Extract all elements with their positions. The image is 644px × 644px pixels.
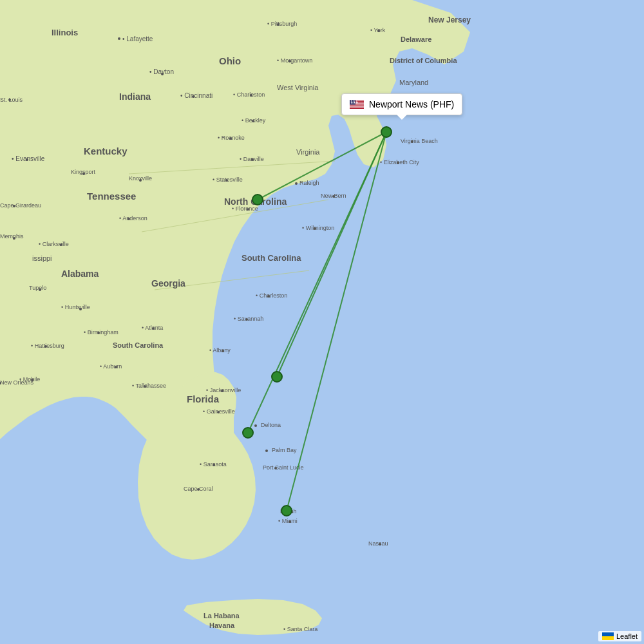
svg-rect-137: [350, 106, 364, 106]
tooltip-airport-name: Newport News (PHF): [369, 99, 454, 109]
svg-text:Maryland: Maryland: [399, 79, 428, 86]
svg-text:• Charleston: • Charleston: [256, 292, 287, 299]
svg-text:Nassau: Nassau: [368, 540, 388, 547]
svg-text:Havana: Havana: [209, 621, 235, 629]
svg-rect-136: [350, 105, 364, 106]
svg-text:• Statesville: • Statesville: [213, 176, 243, 183]
svg-point-128: [281, 506, 292, 516]
svg-text:Alabama: Alabama: [61, 269, 99, 279]
svg-point-93: [265, 450, 268, 452]
svg-text:Virginia Beach: Virginia Beach: [401, 138, 438, 144]
us-flag-icon: ★★★ ★★★: [350, 100, 364, 109]
svg-text:• Cincinnati: • Cincinnati: [180, 92, 213, 99]
svg-text:• Miami: • Miami: [278, 518, 298, 524]
svg-text:New Bern: New Bern: [321, 193, 346, 199]
svg-text:• Dayton: • Dayton: [149, 68, 174, 75]
airport-tooltip: ★★★ ★★★ Newport News (PHF): [341, 93, 462, 115]
svg-text:• Roanoke: • Roanoke: [218, 135, 245, 141]
svg-rect-145: [602, 632, 614, 636]
svg-text:Palm Bay: Palm Bay: [272, 447, 297, 453]
svg-point-125: [252, 194, 263, 205]
svg-rect-146: [602, 636, 614, 640]
svg-text:• Evansville: • Evansville: [12, 155, 45, 162]
svg-text:• Morgantown: • Morgantown: [277, 57, 312, 64]
svg-text:Illinois: Illinois: [52, 28, 78, 37]
svg-text:• York: • York: [370, 27, 386, 33]
svg-rect-139: [350, 107, 364, 108]
svg-text:issippi: issippi: [32, 254, 52, 262]
attribution-text: Leaflet: [616, 632, 638, 640]
svg-text:Deltona: Deltona: [261, 422, 281, 428]
svg-text:St. Louis: St. Louis: [0, 97, 23, 103]
svg-text:• Charleston: • Charleston: [233, 91, 265, 98]
svg-text:West Virginia: West Virginia: [277, 84, 319, 91]
svg-text:Raleigh: Raleigh: [299, 180, 319, 186]
svg-text:• Atlanta: • Atlanta: [142, 325, 163, 331]
svg-text:★★★: ★★★: [350, 100, 358, 102]
svg-text:Cape Coral: Cape Coral: [184, 486, 213, 492]
svg-text:Georgia: Georgia: [151, 278, 185, 289]
svg-text:• Auburn: • Auburn: [100, 363, 122, 370]
svg-text:Tennessee: Tennessee: [87, 191, 136, 202]
svg-rect-140: [350, 108, 364, 108]
svg-text:• Anderson: • Anderson: [119, 215, 147, 222]
svg-text:District of Columbia: District of Columbia: [390, 57, 457, 64]
svg-rect-138: [350, 106, 364, 107]
svg-text:• Hattiesburg: • Hattiesburg: [31, 343, 64, 349]
svg-text:• Gainesville: • Gainesville: [203, 408, 235, 415]
svg-text:Cape Girardeau: Cape Girardeau: [0, 202, 41, 209]
svg-text:South Carolina: South Carolina: [242, 253, 301, 263]
map-container[interactable]: Illinois Indiana Ohio Kentucky Tennessee…: [0, 0, 644, 644]
svg-point-127: [243, 428, 253, 438]
svg-text:Memphis: Memphis: [0, 233, 24, 240]
svg-text:• Sarasota: • Sarasota: [200, 461, 227, 468]
svg-text:• Savannah: • Savannah: [234, 316, 263, 322]
svg-rect-141: [350, 108, 364, 109]
svg-text:Knoxville: Knoxville: [129, 175, 152, 182]
svg-point-91: [254, 424, 257, 427]
svg-text:Kentucky: Kentucky: [84, 146, 128, 156]
svg-text:Ohio: Ohio: [219, 55, 241, 66]
svg-text:New Orleans: New Orleans: [0, 379, 34, 386]
svg-text:• Tallahassee: • Tallahassee: [132, 383, 166, 389]
svg-text:• Florence: • Florence: [232, 205, 258, 212]
svg-text:• Santa Clara: • Santa Clara: [283, 626, 317, 632]
svg-text:• Lafayette: • Lafayette: [122, 35, 153, 43]
svg-text:South Carolina: South Carolina: [113, 341, 164, 349]
svg-text:Florida: Florida: [187, 393, 220, 404]
svg-text:Kingsport: Kingsport: [71, 169, 96, 175]
svg-text:• Danville: • Danville: [240, 156, 264, 162]
svg-text:La Habana: La Habana: [204, 612, 240, 620]
svg-text:• Clarksville: • Clarksville: [39, 241, 69, 247]
map-svg: Illinois Indiana Ohio Kentucky Tennessee…: [0, 0, 644, 644]
svg-text:• Albany: • Albany: [209, 347, 231, 354]
svg-text:Virginia: Virginia: [296, 148, 320, 156]
svg-text:• Elizabeth City: • Elizabeth City: [380, 159, 419, 166]
svg-point-124: [381, 127, 392, 137]
svg-text:• Birmingham: • Birmingham: [84, 329, 118, 336]
ukraine-flag-icon: [602, 632, 614, 640]
svg-text:• Wilmington: • Wilmington: [302, 225, 334, 231]
svg-text:• Huntsville: • Huntsville: [61, 304, 90, 310]
svg-point-23: [118, 37, 120, 40]
map-attribution: Leaflet: [598, 631, 641, 641]
svg-text:Tupelo: Tupelo: [29, 285, 46, 291]
svg-text:• Beckley: • Beckley: [242, 117, 266, 124]
svg-text:• Jacksonville: • Jacksonville: [206, 387, 241, 393]
svg-text:Indiana: Indiana: [119, 91, 151, 102]
svg-text:New Jersey: New Jersey: [428, 15, 471, 24]
svg-text:Delaware: Delaware: [401, 35, 431, 43]
svg-text:• Pittsburgh: • Pittsburgh: [267, 21, 297, 27]
svg-point-57: [295, 182, 298, 185]
svg-point-126: [272, 372, 282, 382]
